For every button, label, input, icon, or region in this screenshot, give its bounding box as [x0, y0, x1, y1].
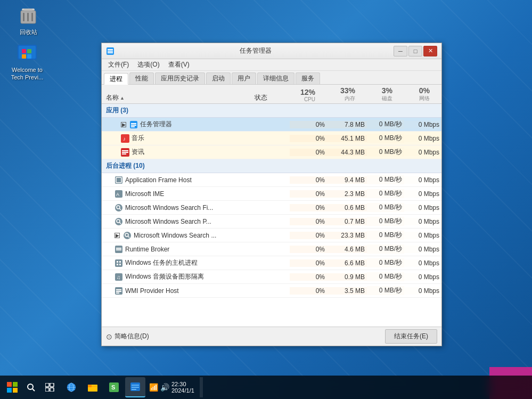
window-controls: ─ □ ✕: [394, 46, 437, 56]
tab-services[interactable]: 服务: [296, 72, 320, 84]
svg-rect-75: [132, 387, 139, 388]
proc-cpu-broker: 0%: [290, 246, 327, 253]
proc-mem-wintask: 6.6 MB: [327, 259, 367, 267]
svg-text:S: S: [111, 384, 115, 390]
svg-rect-51: [116, 291, 121, 292]
proc-cpu-searchp: 0%: [290, 218, 327, 225]
close-button[interactable]: ✕: [423, 46, 437, 56]
proc-cpu-search: 0%: [290, 232, 327, 239]
system-tray: 📶 🔊 22:302024/1/1: [146, 377, 203, 397]
window-title: 任务管理器: [118, 46, 394, 55]
table-row[interactable]: WMI Provider Host 0% 3.5 MB 0 MB/秒 0 Mbp…: [102, 284, 441, 298]
tab-users[interactable]: 用户: [232, 72, 256, 84]
col-cpu-header[interactable]: 12% CPU: [282, 88, 320, 102]
proc-name-searchp: Microsoft Windows Search P...: [102, 217, 247, 226]
proc-name-ime: A Microsoft IME: [102, 190, 247, 198]
svg-rect-43: [117, 261, 118, 263]
start-button[interactable]: [2, 377, 22, 397]
tab-app-history[interactable]: 应用历史记录: [155, 72, 205, 84]
svg-rect-69: [88, 385, 92, 387]
table-row[interactable]: A Microsoft IME 0% 2.3 MB 0 MB/秒 0 Mbps: [102, 187, 441, 201]
desktop-icon-welcome[interactable]: Welcome toTech Previ...: [9, 43, 46, 82]
proc-name-appframe: Application Frame Host: [102, 176, 247, 184]
table-row[interactable]: ▶ Microsoft Windows Search ... 0% 23.3 M…: [102, 229, 441, 242]
proc-mem-music: 45.1 MB: [327, 135, 367, 142]
svg-line-58: [32, 389, 35, 391]
proc-mem-news: 44.3 MB: [327, 149, 367, 156]
table-body[interactable]: 应用 (3) ▶ 任务管理器 0% 7.8 MB 0 MB/秒 0 Mbps: [102, 104, 441, 327]
desktop: 回收站 Welcome toTech Previ...: [0, 0, 532, 399]
end-task-button[interactable]: 结束任务(E): [385, 329, 437, 344]
svg-rect-10: [22, 54, 26, 59]
taskmgr-taskbar-button[interactable]: [125, 377, 145, 397]
menu-view[interactable]: 查看(V): [164, 59, 194, 70]
brief-info-button[interactable]: ⊙ 简略信息(D): [106, 332, 149, 341]
store-button[interactable]: S: [104, 377, 124, 397]
taskview-button[interactable]: [40, 377, 60, 397]
bottom-bar: ⊙ 简略信息(D) 结束任务(E): [102, 327, 441, 346]
proc-disk-audio: 0 MB/秒: [367, 272, 404, 281]
audio-proc-icon: ♫: [114, 273, 123, 281]
ie-button[interactable]: [61, 377, 81, 397]
minimize-button[interactable]: ─: [394, 46, 407, 56]
desktop-icon-recycle[interactable]: 回收站: [10, 5, 47, 36]
expand-search-icon[interactable]: ▶: [114, 233, 120, 238]
recycle-bin-icon: [18, 5, 39, 27]
table-row[interactable]: Windows 任务的主机进程 0% 6.6 MB 0 MB/秒 0 Mbps: [102, 256, 441, 270]
tab-details[interactable]: 详细信息: [257, 72, 294, 84]
maximize-button[interactable]: □: [408, 46, 422, 56]
proc-net-news: 0 Mbps: [404, 149, 441, 156]
table-row[interactable]: Microsoft Windows Search P... 0% 0.7 MB …: [102, 215, 441, 229]
menu-file[interactable]: 文件(F): [104, 59, 133, 70]
proc-net-appframe: 0 Mbps: [404, 176, 441, 184]
expand-icon[interactable]: ▶: [121, 122, 126, 127]
table-row[interactable]: ♪ 音乐 0% 45.1 MB 0 MB/秒 0 Mbps: [102, 132, 441, 145]
col-name-header[interactable]: 名称 ▲: [102, 93, 240, 102]
proc-cpu-wintask: 0%: [290, 259, 327, 267]
menu-options[interactable]: 选项(O): [133, 59, 163, 70]
svg-text:♫: ♫: [117, 274, 121, 280]
col-net-header[interactable]: 0% 网络: [397, 86, 434, 102]
table-row[interactable]: ♫ Windows 音频设备图形隔离 0% 0.9 MB 0 MB/秒 0 Mb…: [102, 270, 441, 284]
svg-rect-18: [131, 125, 136, 126]
svg-rect-4: [31, 13, 33, 21]
tab-startup[interactable]: 启动: [206, 72, 231, 84]
brief-label: 简略信息(D): [114, 332, 149, 341]
brief-up-icon: ⊙: [106, 332, 112, 341]
col-disk-header[interactable]: 3% 磁盘: [359, 86, 397, 102]
proc-net-wintask: 0 Mbps: [404, 259, 441, 267]
table-row[interactable]: Application Frame Host 0% 9.4 MB 0 MB/秒 …: [102, 173, 441, 187]
proc-name-wmi: WMI Provider Host: [102, 287, 247, 295]
table-row[interactable]: 资讯 0% 44.3 MB 0 MB/秒 0 Mbps: [102, 145, 441, 159]
col-status-header[interactable]: 状态: [240, 93, 282, 102]
table-row[interactable]: Runtime Broker 0% 4.6 MB 0 MB/秒 0 Mbps: [102, 242, 441, 256]
svg-point-36: [124, 232, 131, 239]
col-mem-header[interactable]: 33% 内存: [320, 86, 359, 102]
proc-net-searchfi: 0 Mbps: [404, 204, 441, 211]
show-desktop-button[interactable]: [200, 377, 203, 397]
search-taskbar-button[interactable]: [22, 377, 39, 397]
searchp-proc-icon: [114, 217, 123, 226]
proc-cpu-wmi: 0%: [290, 287, 327, 295]
svg-point-30: [115, 204, 122, 211]
svg-rect-53: [7, 382, 12, 387]
svg-rect-50: [116, 289, 121, 290]
clock-tray[interactable]: 22:302024/1/1: [171, 381, 194, 394]
sys-tray-icons: 📶 🔊 22:302024/1/1: [146, 381, 198, 394]
searchfi-proc-icon: [114, 203, 123, 212]
tab-performance[interactable]: 性能: [129, 72, 154, 84]
proc-disk-taskmgr: 0 MB/秒: [367, 120, 404, 129]
tab-processes[interactable]: 进程: [104, 73, 128, 85]
proc-mem-search: 23.3 MB: [327, 232, 367, 239]
explorer-button[interactable]: [83, 377, 103, 397]
table-row[interactable]: ▶ 任务管理器 0% 7.8 MB 0 MB/秒 0 Mbps: [102, 118, 441, 132]
wmi-proc-icon: [114, 287, 123, 295]
svg-point-33: [115, 218, 122, 225]
proc-mem-appframe: 9.4 MB: [327, 176, 367, 184]
svg-text:A: A: [116, 192, 119, 197]
network-tray-icon: 📶: [149, 383, 158, 392]
svg-rect-45: [117, 264, 118, 265]
proc-net-music: 0 Mbps: [404, 135, 441, 142]
table-row[interactable]: Microsoft Windows Search Fi... 0% 0.6 MB…: [102, 201, 441, 215]
svg-rect-11: [27, 54, 31, 59]
